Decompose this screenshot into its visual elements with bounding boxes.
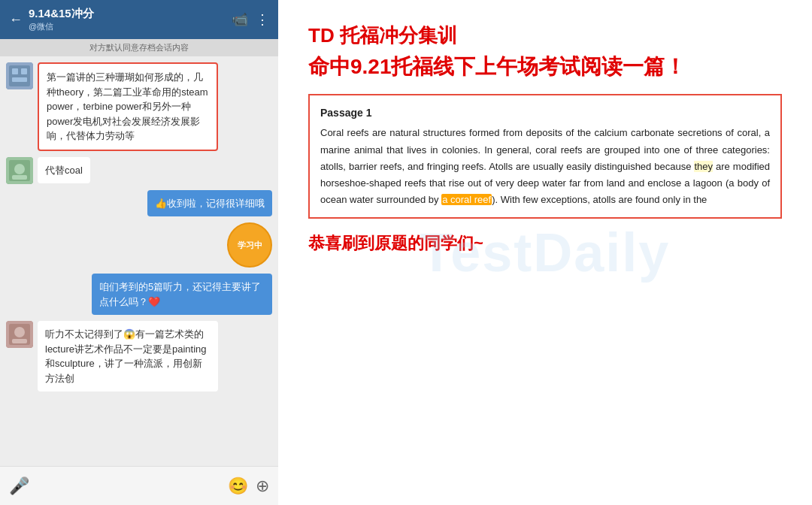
highlighted-text-orange: a coral reef [441, 194, 492, 205]
chat-notice: 对方默认同意存档会话内容 [0, 39, 278, 56]
avatar [6, 321, 33, 348]
svg-rect-8 [12, 175, 27, 180]
sticker: 学习中 [227, 222, 272, 268]
right-panel-subtitle: 命中9.21托福线下上午场考试阅读一篇！ [308, 53, 782, 80]
avatar [6, 62, 33, 89]
highlighted-text: they [694, 161, 713, 172]
message-bubble: 代替coal [38, 157, 90, 184]
message-row: 👍收到啦，记得很详细哦 [6, 190, 272, 217]
svg-rect-1 [9, 65, 30, 86]
svg-point-11 [14, 327, 25, 337]
header-icons: 📹 ⋮ [232, 11, 269, 28]
passage-text: Coral reefs are natural structures forme… [320, 125, 770, 207]
svg-point-7 [14, 164, 25, 174]
svg-rect-12 [12, 339, 27, 343]
chat-messages: 第一篇讲的三种珊瑚如何形成的，几种theory，第二篇工业革命用的steam p… [0, 56, 278, 466]
add-attachment-icon[interactable]: ⊕ [256, 476, 269, 496]
sticker-row: 学习中 [38, 222, 272, 268]
chat-input-bar: 🎤 😊 ⊕ [0, 466, 278, 505]
emoji-icon[interactable]: 😊 [228, 476, 248, 496]
svg-rect-2 [12, 68, 18, 74]
avatar [6, 157, 33, 184]
message-bubble: 第一篇讲的三种珊瑚如何形成的，几种theory，第二篇工业革命用的steam p… [38, 62, 218, 151]
passage-box: Passage 1 Coral reefs are natural struct… [308, 94, 782, 219]
right-panel-footer: 恭喜刷到原题的同学们~ [308, 232, 782, 255]
chat-subtitle: @微信 [29, 21, 226, 32]
message-row: 第一篇讲的三种珊瑚如何形成的，几种theory，第二篇工业革命用的steam p… [6, 62, 272, 151]
right-panel-title: TD 托福冲分集训 [308, 23, 782, 49]
message-row: 听力不太记得到了😱有一篇艺术类的lecture讲艺术作品不一定要是paintin… [6, 321, 272, 392]
svg-rect-4 [12, 77, 27, 82]
passage-title: Passage 1 [320, 104, 770, 122]
more-options-icon[interactable]: ⋮ [256, 11, 269, 28]
message-row: 咱们考到的5篇听力，还记得主要讲了点什么吗？❤️ [6, 274, 272, 315]
message-bubble: 听力不太记得到了😱有一篇艺术类的lecture讲艺术作品不一定要是paintin… [38, 321, 218, 392]
chat-panel: ← 9.14&15冲分 @微信 📹 ⋮ 对方默认同意存档会话内容 第一 [0, 0, 278, 505]
voice-icon[interactable]: 🎤 [9, 476, 29, 496]
right-panel: TestDaily TD 托福冲分集训 命中9.21托福线下上午场考试阅读一篇！… [278, 0, 812, 505]
video-call-icon[interactable]: 📹 [232, 11, 248, 28]
svg-rect-3 [21, 68, 27, 74]
chat-title: 9.14&15冲分 [29, 7, 226, 21]
back-button[interactable]: ← [9, 12, 23, 28]
chat-header: ← 9.14&15冲分 @微信 📹 ⋮ [0, 0, 278, 39]
message-bubble: 咱们考到的5篇听力，还记得主要讲了点什么吗？❤️ [92, 274, 272, 315]
message-row: 代替coal [6, 157, 272, 184]
header-title-area: 9.14&15冲分 @微信 [29, 7, 226, 32]
message-bubble: 👍收到啦，记得很详细哦 [147, 190, 272, 217]
